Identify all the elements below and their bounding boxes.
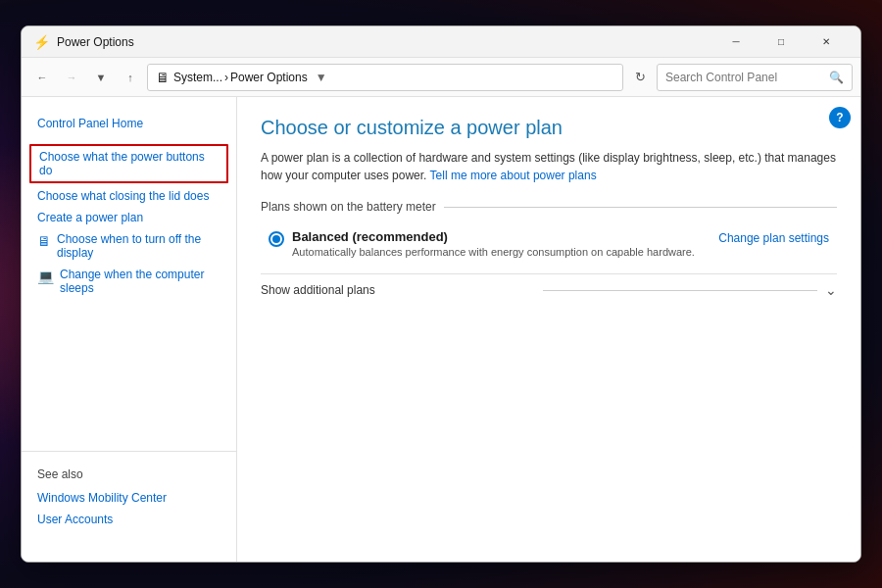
plan-radio-balanced[interactable] <box>269 231 284 247</box>
forward-button[interactable]: → <box>59 65 84 90</box>
sidebar-item-power-buttons[interactable]: Choose what the power buttons do <box>29 144 228 183</box>
refresh-button[interactable]: ↻ <box>627 65 653 90</box>
addressbar: ← → ▼ ↑ 🖥 System... › Power Options ▼ ↻ … <box>22 58 860 97</box>
sidebar-item-computer-sleeps[interactable]: 💻 Change when the computer sleeps <box>22 264 236 299</box>
address-dropdown-icon: ▼ <box>316 71 327 84</box>
section-header: Plans shown on the battery meter <box>261 200 837 214</box>
sidebar-item-user-accounts[interactable]: User Accounts <box>37 509 220 530</box>
sidebar-see-also: See also Windows Mobility Center User Ac… <box>22 451 236 546</box>
search-box[interactable]: 🔍 <box>657 64 853 91</box>
titlebar: ⚡ Power Options ─ □ ✕ <box>22 26 860 58</box>
section-divider <box>444 207 837 208</box>
plan-description: Automatically balances performance with … <box>292 246 695 258</box>
close-button[interactable]: ✕ <box>804 26 849 58</box>
plan-row-balanced: Balanced (recommended) Automatically bal… <box>261 221 837 266</box>
tell-me-more-link[interactable]: Tell me more about power plans <box>430 169 597 182</box>
main-content: Control Panel Home Choose what the power… <box>22 97 860 562</box>
address-bar-box[interactable]: 🖥 System... › Power Options ▼ <box>147 64 623 91</box>
plan-name: Balanced (recommended) <box>292 229 695 244</box>
see-also-label: See also <box>37 467 220 481</box>
path-separator: › <box>224 71 228 84</box>
back-button[interactable]: ← <box>29 65 55 90</box>
search-input[interactable] <box>665 71 829 84</box>
section-label: Plans shown on the battery meter <box>261 200 436 214</box>
help-button[interactable]: ? <box>829 107 851 128</box>
content-description: A power plan is a collection of hardware… <box>261 149 837 184</box>
titlebar-controls: ─ □ ✕ <box>713 26 849 58</box>
sidebar-item-control-panel-home[interactable]: Control Panel Home <box>22 113 236 134</box>
radio-inner <box>272 235 280 243</box>
sidebar-item-closing-lid[interactable]: Choose what closing the lid does <box>22 185 236 207</box>
sidebar-item-turn-off-display-label: Choose when to turn off the display <box>57 232 220 260</box>
sidebar: Control Panel Home Choose what the power… <box>22 97 237 562</box>
sidebar-item-turn-off-display[interactable]: 🖥 Choose when to turn off the display <box>22 228 236 264</box>
main-window: ⚡ Power Options ─ □ ✕ ← → ▼ ↑ 🖥 System..… <box>21 25 861 563</box>
sidebar-item-create-plan[interactable]: Create a power plan <box>22 207 236 228</box>
sidebar-item-mobility-center[interactable]: Windows Mobility Center <box>37 487 220 509</box>
additional-plans-row[interactable]: Show additional plans ⌄ <box>261 273 837 306</box>
minimize-button[interactable]: ─ <box>713 26 759 58</box>
path-part1: System... <box>173 71 222 84</box>
search-icon[interactable]: 🔍 <box>829 71 844 84</box>
window-title: Power Options <box>57 35 713 49</box>
sleep-icon: 💻 <box>37 269 54 284</box>
window-icon: ⚡ <box>33 34 49 50</box>
sidebar-item-computer-sleeps-label: Change when the computer sleeps <box>60 268 220 295</box>
plan-left: Balanced (recommended) Automatically bal… <box>269 229 695 258</box>
page-title: Choose or customize a power plan <box>261 117 837 139</box>
additional-plans-label: Show additional plans <box>261 283 535 297</box>
address-path: System... › Power Options <box>173 71 308 84</box>
expand-icon: ⌄ <box>825 282 837 298</box>
maximize-button[interactable]: □ <box>759 26 804 58</box>
plan-info: Balanced (recommended) Automatically bal… <box>292 229 695 258</box>
display-icon: 🖥 <box>37 233 51 249</box>
up-button[interactable]: ↑ <box>118 65 143 90</box>
content-area: ? Choose or customize a power plan A pow… <box>237 97 860 562</box>
recent-locations-button[interactable]: ▼ <box>88 65 114 90</box>
change-plan-link[interactable]: Change plan settings <box>718 231 829 245</box>
additional-plans-divider <box>543 290 817 291</box>
path-part2: Power Options <box>230 71 308 84</box>
address-icon: 🖥 <box>156 70 170 85</box>
